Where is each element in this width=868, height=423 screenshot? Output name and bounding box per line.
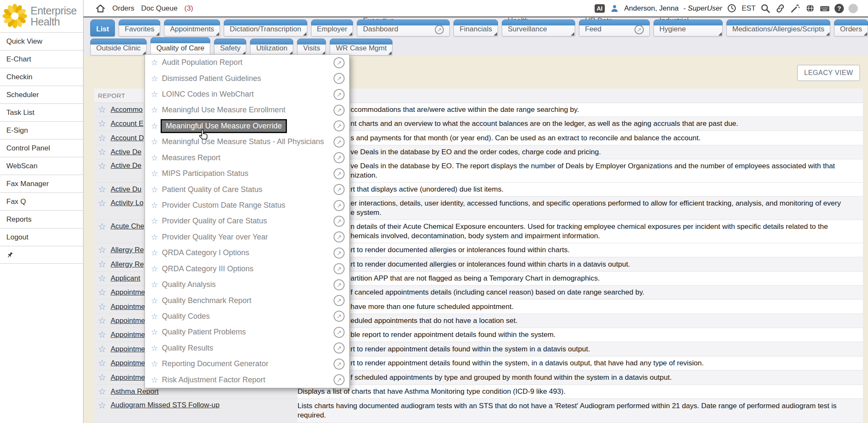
tab-financials[interactable]: Financials: [453, 19, 498, 36]
favorite-star-icon[interactable]: ☆: [151, 327, 162, 337]
tab-appointments[interactable]: Appointments: [164, 19, 220, 36]
favorite-star-icon[interactable]: ☆: [98, 134, 111, 143]
tab-quality-of-care[interactable]: Quality of Care: [150, 37, 210, 56]
open-report-icon[interactable]: ↗: [334, 200, 345, 211]
open-report-icon[interactable]: ↗: [334, 263, 345, 274]
tab-visits[interactable]: Visits: [297, 39, 326, 56]
open-report-icon[interactable]: ↗: [334, 327, 345, 338]
open-report-icon[interactable]: ↗: [334, 279, 345, 290]
favorite-star-icon[interactable]: ☆: [151, 280, 162, 289]
report-link[interactable]: Accommo: [111, 106, 143, 114]
ai-badge[interactable]: AI: [595, 4, 605, 13]
open-report-icon[interactable]: ↗: [334, 57, 345, 68]
tab-utilization[interactable]: Utilization: [250, 39, 293, 56]
tab-safety[interactable]: Safety: [214, 39, 246, 56]
favorite-star-icon[interactable]: ☆: [151, 58, 162, 67]
favorite-star-icon[interactable]: ☆: [98, 274, 111, 283]
tab-medications-allergies-scripts[interactable]: Medications/Allergies/Scripts: [726, 19, 830, 36]
report-link[interactable]: Activity Lo: [111, 199, 143, 207]
favorite-star-icon[interactable]: ☆: [151, 89, 162, 99]
menu-item-loinc-codes-in-webchart[interactable]: ☆LOINC Codes in WebChart↗: [145, 86, 349, 102]
favorite-star-icon[interactable]: ☆: [98, 302, 111, 312]
menu-item-provider-quality-of-care-status[interactable]: ☆Provider Quality of Care Status↗: [145, 213, 349, 229]
report-link[interactable]: Appointme: [111, 359, 145, 367]
sidebar-item-fax-q[interactable]: Fax Q: [0, 192, 83, 210]
favorite-star-icon[interactable]: ☆: [98, 288, 111, 297]
sidebar-item-reports[interactable]: Reports: [0, 210, 83, 228]
favorite-star-icon[interactable]: ☆: [151, 74, 162, 83]
keyboard-icon[interactable]: [820, 3, 830, 14]
open-report-icon[interactable]: ↗: [334, 216, 345, 227]
favorite-star-icon[interactable]: ☆: [98, 345, 111, 354]
open-report-icon[interactable]: ↗: [334, 136, 345, 147]
menu-item-meaningful-use-measure-enrollment[interactable]: ☆Meaningful Use Measure Enrollment↗: [145, 102, 349, 118]
tab-orders[interactable]: Orders: [834, 19, 868, 36]
open-report-icon[interactable]: ↗: [334, 311, 345, 322]
menu-item-provider-custom-date-range-status[interactable]: ☆Provider Custom Date Range Status↗: [145, 198, 349, 213]
menu-item-meaningful-use-measure-override[interactable]: ☆Meaningful Use Measure Override↗: [145, 118, 349, 134]
menu-item-quality-benchmark-report[interactable]: ☆Quality Benchmark Report↗: [145, 292, 349, 308]
globe-icon[interactable]: [805, 3, 815, 14]
menu-item-qrda-category-i-options[interactable]: ☆QRDA Category I Options↗: [145, 245, 349, 261]
menu-item-risk-adjustment-factor-report[interactable]: ☆Risk Adjustment Factor Report↗: [145, 372, 349, 387]
favorite-star-icon[interactable]: ☆: [98, 316, 111, 326]
report-link[interactable]: Active De: [111, 148, 142, 156]
sidebar-item-scheduler[interactable]: Scheduler: [0, 86, 83, 103]
favorite-star-icon[interactable]: ☆: [151, 137, 162, 147]
report-link[interactable]: Allergy Re: [111, 246, 144, 254]
favorite-star-icon[interactable]: ☆: [98, 387, 111, 396]
report-link[interactable]: Active Du: [111, 185, 142, 194]
open-report-icon[interactable]: ↗: [334, 120, 345, 131]
open-report-icon[interactable]: ↗: [334, 73, 345, 84]
sidebar-item-e-sign[interactable]: E-Sign: [0, 121, 83, 139]
legacy-view-button[interactable]: LEGACY VIEW: [797, 65, 860, 81]
favorite-star-icon[interactable]: ☆: [151, 312, 162, 321]
report-link[interactable]: Appointme: [111, 345, 145, 353]
wand-icon[interactable]: [790, 3, 800, 14]
sidebar-item-e-chart[interactable]: E-Chart: [0, 50, 83, 68]
tab-dictation-transcription[interactable]: Dictation/Transcription: [224, 19, 307, 36]
open-report-icon[interactable]: ↗: [334, 342, 345, 353]
favorite-star-icon[interactable]: ☆: [151, 359, 162, 369]
menu-item-patient-quality-of-care-status[interactable]: ☆Patient Quality of Care Status↗: [145, 181, 349, 197]
clock-icon[interactable]: [727, 3, 737, 14]
report-link[interactable]: Allergy Re: [111, 260, 144, 269]
favorite-star-icon[interactable]: ☆: [98, 373, 111, 382]
favorite-star-icon[interactable]: ☆: [151, 264, 162, 274]
report-link[interactable]: Appointme: [111, 288, 145, 297]
report-link[interactable]: Appointme: [111, 303, 145, 311]
favorite-star-icon[interactable]: ☆: [151, 216, 162, 226]
sidebar-item-logout[interactable]: Logout: [0, 228, 83, 246]
report-link[interactable]: Account D: [111, 134, 144, 142]
favorite-star-icon[interactable]: ☆: [98, 199, 111, 208]
help-icon[interactable]: ?: [835, 4, 844, 13]
menu-item-provider-quality-year-over-year[interactable]: ☆Provider Quality Year over Year↗: [145, 229, 349, 245]
pushpin-icon[interactable]: [6, 251, 14, 259]
favorite-star-icon[interactable]: ☆: [151, 185, 162, 195]
menu-item-quality-results[interactable]: ☆Quality Results↗: [145, 340, 349, 356]
report-link[interactable]: Appointme: [111, 331, 145, 339]
favorite-star-icon[interactable]: ☆: [151, 169, 162, 178]
menu-item-meaningful-use-measure-status-all-physicians[interactable]: ☆Meaningful Use Measure Status - All Phy…: [145, 134, 349, 150]
menu-item-measures-report[interactable]: ☆Measures Report↗: [145, 150, 349, 166]
sidebar-item-quick-view[interactable]: Quick View: [0, 32, 83, 50]
report-link[interactable]: Audiogram Missed STS Follow-up: [111, 401, 220, 409]
report-link[interactable]: Appointme: [111, 317, 145, 325]
open-report-icon[interactable]: ↗: [334, 359, 345, 370]
menu-item-qrda-category-iii-options[interactable]: ☆QRDA Category III Options↗: [145, 261, 349, 276]
breadcrumb-orders[interactable]: Orders: [112, 4, 134, 13]
open-report-icon[interactable]: ↗: [334, 248, 345, 259]
open-report-icon[interactable]: ↗: [334, 184, 345, 195]
favorite-star-icon[interactable]: ☆: [98, 401, 111, 410]
tab-outside-clinic[interactable]: Outside Clinic: [90, 39, 147, 56]
tab-list[interactable]: List: [90, 19, 115, 36]
favorite-star-icon[interactable]: ☆: [98, 185, 111, 194]
favorite-star-icon[interactable]: ☆: [151, 232, 162, 242]
tab-employer[interactable]: Employer: [311, 19, 353, 36]
favorite-star-icon[interactable]: ☆: [98, 161, 111, 171]
sidebar-item-checkin[interactable]: Checkin: [0, 68, 83, 86]
open-report-icon[interactable]: ↗: [334, 105, 345, 116]
search-icon[interactable]: [760, 3, 771, 14]
menu-item-dismissed-patient-guidelines[interactable]: ☆Dismissed Patient Guidelines↗: [145, 70, 349, 86]
favorite-star-icon[interactable]: ☆: [98, 119, 111, 128]
